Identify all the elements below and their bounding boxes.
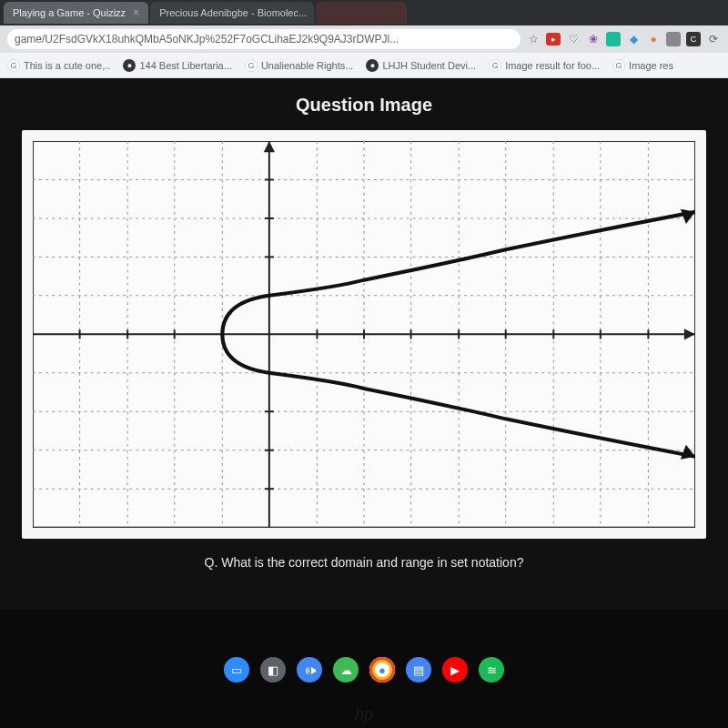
sound-icon[interactable]: 🕪 <box>297 657 322 682</box>
site-icon: ● <box>366 59 379 72</box>
bookmark-label: 144 Best Libertaria... <box>139 60 232 71</box>
bookmark-item[interactable]: ● LHJH Student Devi... <box>366 59 476 72</box>
bookmark-label: This is a cute one,.. <box>24 60 110 71</box>
youtube-icon[interactable]: ▶ <box>442 657 468 682</box>
browser-tab[interactable] <box>316 2 407 24</box>
quiz-content: Question Image <box>0 78 728 610</box>
star-icon[interactable]: ☆ <box>526 32 541 46</box>
bookmark-item[interactable]: G Unalienable Rights... <box>245 59 354 72</box>
dark-square-icon[interactable]: C <box>686 32 701 46</box>
url-text: game/U2FsdGVkX18uhkQMbA5oNKJp%252F7oGCLi… <box>15 33 399 46</box>
url-bar: game/U2FsdGVkX18uhkQMbA5oNKJp%252F7oGCLi… <box>0 25 728 53</box>
bookmark-label: Image res <box>629 60 673 71</box>
purple-puzzle-icon[interactable]: ❀ <box>586 32 601 46</box>
red-badge-icon[interactable]: ▸ <box>546 33 561 46</box>
bookmark-label: Unalienable Rights... <box>261 60 354 71</box>
bookmark-label: Image result for foo... <box>505 60 600 71</box>
docs-icon[interactable]: ▤ <box>406 657 431 682</box>
google-icon: G <box>7 59 20 72</box>
google-icon: G <box>612 59 625 72</box>
browser-tab-strip: Playing a Game - Quizizz × Precious Aden… <box>0 0 728 25</box>
grey-square-icon[interactable] <box>666 32 681 46</box>
chrome-icon[interactable]: ● <box>369 657 395 682</box>
zoom-icon[interactable]: ▭ <box>224 657 249 682</box>
google-icon: G <box>489 59 501 72</box>
hp-logo: hp <box>355 705 373 724</box>
question-image <box>22 130 706 539</box>
cloud-icon[interactable]: ☁ <box>333 657 359 682</box>
bookmark-label: LHJH Student Devi... <box>382 60 476 71</box>
orange-dot-icon[interactable]: ● <box>646 32 661 46</box>
bookmark-item[interactable]: G This is a cute one,.. <box>7 59 110 72</box>
page-title: Question Image <box>18 95 710 116</box>
bookmark-item[interactable]: G Image result for foo... <box>489 59 600 72</box>
blue-diamond-icon[interactable]: ◆ <box>626 32 641 46</box>
site-icon: ● <box>123 59 136 72</box>
google-icon: G <box>245 59 258 72</box>
spotify-icon[interactable]: ≋ <box>479 657 504 682</box>
question-body: What is the correct domain and range in … <box>221 555 523 570</box>
bookmark-item[interactable]: G Image res <box>612 59 673 72</box>
question-prefix: Q. <box>205 555 218 570</box>
app-grey-icon[interactable]: ◧ <box>260 657 286 682</box>
tab-title: Precious Adenibgbe - Biomolec... <box>159 7 307 18</box>
os-dock: ▭ ◧ 🕪 ☁ ● ▤ ▶ ≋ <box>224 657 504 682</box>
tab-title: Playing a Game - Quizizz <box>13 7 126 18</box>
teal-square-icon[interactable] <box>606 32 621 46</box>
question-text: Q. What is the correct domain and range … <box>18 555 710 570</box>
bookmark-item[interactable]: ● 144 Best Libertaria... <box>123 59 232 72</box>
bookmarks-bar: G This is a cute one,.. ● 144 Best Liber… <box>0 53 728 78</box>
browser-tab-active[interactable]: Playing a Game - Quizizz × <box>4 2 148 24</box>
outline-heart-icon[interactable]: ♡ <box>566 32 581 46</box>
browser-tab[interactable]: Precious Adenibgbe - Biomolec... × <box>150 2 314 24</box>
url-input[interactable]: game/U2FsdGVkX18uhkQMbA5oNKJp%252F7oGCLi… <box>7 29 521 49</box>
menu-icon[interactable]: ⟳ <box>706 32 721 46</box>
close-icon[interactable]: × <box>133 6 139 19</box>
graph-plot <box>33 141 695 528</box>
